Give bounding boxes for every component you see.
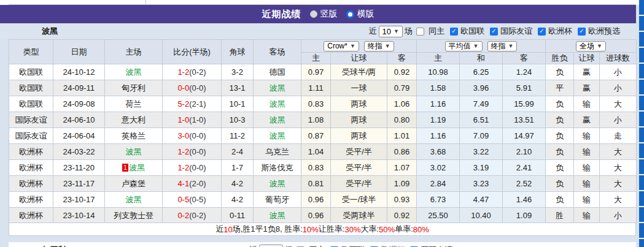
cell-handicap-result: 赢 <box>574 112 600 128</box>
cell-type: 欧洲杯 <box>9 160 53 176</box>
cell-avg-away: 14.97 <box>503 128 546 144</box>
cell-away: 波黑 <box>254 208 301 224</box>
score-full: 1-2 <box>177 163 189 172</box>
average-source-select[interactable]: 平均值 ▼ <box>445 41 483 51</box>
cell-home: 1波黑 <box>105 160 163 176</box>
cell-avg-home: 1.58 <box>417 80 460 96</box>
score-half: (0-0) <box>189 163 206 172</box>
filter-row: 波黑 近 10 ▼ 场 同主 ✓ 欧国联 ✓ 国际友谊 ✓ 欧洲杯 ✓ 欧洲预选 <box>0 23 636 39</box>
cell-crow-away: 0.86 <box>387 144 417 160</box>
match-count-select[interactable]: 10 ▼ <box>379 26 403 37</box>
cell-handicap: 受平/半 <box>331 144 387 160</box>
next-filter-controls: 近 10 ▼ 场 同主 ✓ 欧国联 ✓ 欧洲杯 ✓ 国际友谊 <box>249 245 452 247</box>
competition-checkbox-friendly[interactable]: ✓ <box>490 28 498 36</box>
cell-handicap-result: 输 <box>574 144 600 160</box>
near-label: 近 <box>249 245 257 247</box>
away-team: 乌克兰 <box>265 147 289 156</box>
home-team: 荷兰 <box>126 99 142 108</box>
header-score: 比分(半场) <box>163 40 222 64</box>
cell-date: 24-06-10 <box>53 112 105 128</box>
away-team: 波黑 <box>270 131 285 140</box>
away-team: 波黑 <box>270 115 285 124</box>
cell-crow-away: 1.01 <box>387 128 417 144</box>
cell-handicap: 两球 <box>331 112 387 128</box>
home-team: 匈牙利 <box>122 83 145 93</box>
cell-crow-home: 0.81 <box>301 176 331 192</box>
cell-avg-away: 1.24 <box>503 64 546 80</box>
same-home-checkbox[interactable] <box>416 28 424 36</box>
score-half: (1-0) <box>189 115 206 124</box>
table-row: 欧洲杯 23-11-20 1波黑 1-2(0-0) 1-7 斯洛伐克 0.83 … <box>9 160 637 176</box>
cell-wdl: 负 <box>546 176 574 192</box>
summary-stat-value: 10% <box>303 225 319 234</box>
cell-corner: 11-2 <box>222 128 254 144</box>
radio-icon[interactable] <box>310 10 317 18</box>
cell-home: 意大利 <box>105 112 163 128</box>
view-option-vertical[interactable]: 竖版 <box>310 9 338 20</box>
scope-select[interactable]: 全场 ▼ <box>576 41 606 51</box>
cell-date: 24-06-04 <box>53 128 105 144</box>
cell-avg-draw: 3.19 <box>460 160 503 176</box>
near-label: 近 <box>369 26 377 37</box>
cell-avg-draw: 7.09 <box>460 128 503 144</box>
competition-label: 国际友谊 <box>500 26 532 37</box>
table-row: 欧洲杯 23-11-17 卢森堡 4-1(2-0) 4-2 波黑 0.81 受平… <box>9 176 637 192</box>
cell-date: 24-10-12 <box>53 64 105 80</box>
radio-icon[interactable] <box>346 10 354 18</box>
cell-away: 德国 <box>254 64 301 80</box>
cell-crow-home: 1.08 <box>301 112 331 128</box>
home-team: 波黑 <box>126 195 142 204</box>
cell-handicap-result: 输 <box>574 128 600 144</box>
score-half: (0-0) <box>189 83 206 93</box>
cell-crow-home: 0.83 <box>301 96 331 112</box>
cell-avg-away: 5.91 <box>503 80 546 96</box>
home-team: 列支敦士登 <box>114 211 153 220</box>
cell-avg-home: 1.16 <box>417 128 460 144</box>
cell-crow-away: 1.07 <box>387 160 417 176</box>
cell-avg-home: 1.19 <box>417 112 460 128</box>
cell-score: 5-2(2-1) <box>163 96 222 112</box>
cell-type: 国际友谊 <box>9 128 53 144</box>
cell-handicap: 受一/球半 <box>331 192 387 208</box>
subheader-crow-away: 客 <box>387 53 417 64</box>
previous-section-remnant <box>0 0 644 5</box>
cell-type: 欧洲杯 <box>9 176 53 192</box>
cell-wdl: 负 <box>546 96 574 112</box>
cell-goals: 小 <box>600 64 637 80</box>
cell-crow-home: 0.87 <box>301 128 331 144</box>
average-stage-select[interactable]: 终指 ▼ <box>487 41 518 51</box>
table-row: 欧国联 24-10-12 波黑 1-2(0-2) 3-2 德国 0.97 受球半… <box>9 64 637 80</box>
cell-home: 波黑 <box>105 144 163 160</box>
chevron-down-icon: ▼ <box>385 44 390 49</box>
clipped-side-links[interactable] <box>639 0 644 247</box>
score-full: 1-0 <box>177 115 189 124</box>
match-count-select[interactable]: 10 ▼ <box>259 245 283 247</box>
cell-handicap-result: 赢 <box>574 80 600 96</box>
cell-avg-away: 2.10 <box>503 144 546 160</box>
odds-stage-select[interactable]: 终指 ▼ <box>364 41 394 51</box>
score-full: 0-2 <box>177 211 189 220</box>
cell-away: 斯洛伐克 <box>254 160 301 176</box>
games-label: 场 <box>285 245 293 247</box>
cell-wdl: 负 <box>546 144 574 160</box>
cell-avg-home: 10.98 <box>417 64 460 80</box>
cell-type: 欧国联 <box>9 80 53 96</box>
competition-checkbox-eurocup[interactable]: ✓ <box>538 28 546 36</box>
score-full: 1-2 <box>177 67 189 77</box>
cell-avg-draw: 7.49 <box>460 96 503 112</box>
view-option-horizontal[interactable]: 横版 <box>346 9 374 20</box>
cell-type: 欧国联 <box>9 64 53 80</box>
cell-score: 0-2(0-2) <box>163 208 222 224</box>
cell-home: 波黑 <box>105 192 163 208</box>
score-half: (0-0) <box>189 131 206 140</box>
summary-text: 单率: <box>395 224 413 235</box>
competition-checkbox-league[interactable]: ✓ <box>450 28 458 36</box>
odds-source-select[interactable]: Crow* ▼ <box>324 41 359 51</box>
home-team: 意大利 <box>122 115 145 124</box>
cell-away: 波黑 <box>254 96 301 112</box>
score-half: (2-1) <box>189 99 206 108</box>
cell-avg-draw: 10.40 <box>460 208 503 224</box>
chevron-down-icon: ▼ <box>473 44 479 49</box>
competition-checkbox-euroqual[interactable]: ✓ <box>578 28 586 36</box>
cell-handicap-result: 输 <box>574 96 600 112</box>
